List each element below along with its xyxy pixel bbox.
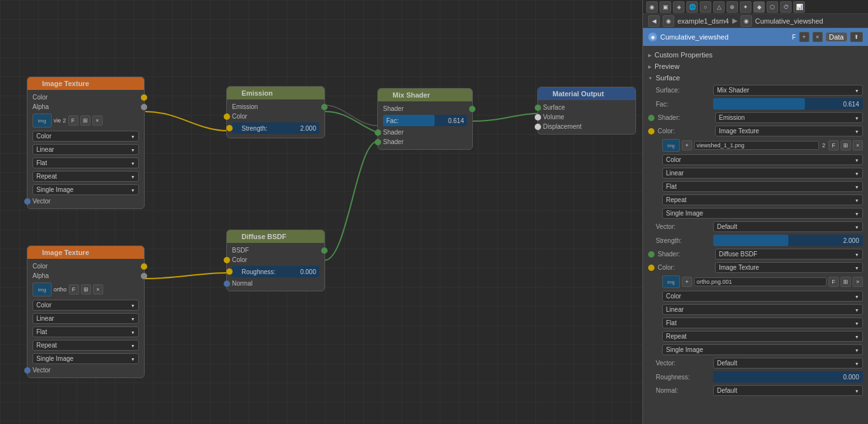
color-dropdown-2[interactable]: Color [33, 300, 139, 311]
panel-expand-btn[interactable]: ⬆ [850, 32, 863, 42]
img-x-btn-1[interactable]: × [92, 115, 103, 126]
panel-img2-add-btn[interactable]: + [682, 277, 692, 287]
tool-mod-icon[interactable]: ⊕ [727, 1, 738, 13]
tool-obj-icon[interactable]: △ [713, 1, 725, 13]
panel-img1-name-input[interactable] [694, 141, 819, 150]
tool-data-icon[interactable]: 📊 [793, 1, 805, 13]
material-name-input[interactable] [660, 33, 789, 41]
single-image-dropdown-2[interactable]: Single Image [33, 353, 139, 364]
color-select-row-1[interactable]: Color [27, 129, 144, 143]
sub-color1-row[interactable]: Color [643, 153, 868, 166]
vector1-dropdown[interactable]: Default [713, 221, 863, 232]
tool-mat-icon[interactable]: ◆ [753, 1, 765, 13]
back-icon[interactable]: ◀ [648, 15, 660, 27]
linear-dropdown-1[interactable]: Linear [33, 144, 139, 155]
shader2-prop-value[interactable]: Diffuse BSDF [715, 249, 863, 260]
sub-linear2-row[interactable]: Linear [643, 303, 868, 316]
strength-row-emission[interactable]: Strength: 2.000 [227, 121, 324, 135]
panel-img1-browse-btn[interactable]: ⊞ [841, 140, 851, 150]
sub-color2-dropdown[interactable]: Color [662, 291, 863, 302]
roughness-slider-diffuse[interactable]: Roughness: 0.000 [232, 266, 319, 277]
section-preview[interactable]: Preview [643, 61, 868, 72]
sub-flat1-dropdown[interactable]: Flat [662, 181, 863, 192]
vector1-prop-value[interactable]: Default [713, 221, 863, 232]
linear-select-row-2[interactable]: Linear [27, 312, 144, 325]
flat-dropdown-2[interactable]: Flat [33, 326, 139, 337]
shader1-dropdown[interactable]: Emission [715, 112, 863, 123]
panel-img2-browse-btn[interactable]: ⊞ [841, 277, 851, 287]
tool-tex-icon[interactable]: ⬡ [767, 1, 778, 13]
sub-repeat1-row[interactable]: Repeat [643, 193, 868, 207]
image-texture-node-1[interactable]: Image Texture Color Alpha img vie 2 F ⊞ … [27, 77, 145, 209]
sphere2-icon[interactable]: ◉ [741, 15, 752, 27]
panel-img2-x-btn[interactable]: × [853, 277, 863, 287]
flat-select-row-2[interactable]: Flat [27, 325, 144, 339]
name-remove-btn[interactable]: × [813, 32, 823, 42]
tool-scene-icon[interactable]: 🌐 [686, 1, 698, 13]
repeat-dropdown-1[interactable]: Repeat [33, 171, 139, 182]
tool-anim-icon[interactable]: ⏱ [780, 1, 792, 13]
sub-single-image1-dropdown[interactable]: Single Image [662, 208, 863, 219]
single-image-select-row-1[interactable]: Single Image [27, 183, 144, 196]
color2-prop-value[interactable]: Image Texture [715, 262, 863, 273]
sub-flat1-row[interactable]: Flat [643, 180, 868, 193]
color-dropdown-1[interactable]: Color [33, 131, 139, 142]
vector2-prop-value[interactable]: Default [713, 358, 863, 369]
sphere-icon[interactable]: ◉ [663, 15, 674, 27]
linear-select-row-1[interactable]: Linear [27, 143, 144, 156]
shader2-dropdown[interactable]: Diffuse BSDF [715, 249, 863, 260]
repeat-select-row-2[interactable]: Repeat [27, 339, 144, 352]
sub-flat2-row[interactable]: Flat [643, 316, 868, 330]
normal-dropdown[interactable]: Default [713, 385, 863, 396]
color1-dropdown[interactable]: Image Texture [715, 126, 863, 136]
sub-flat2-dropdown[interactable]: Flat [662, 318, 863, 328]
tool-output-icon[interactable]: ▣ [660, 1, 671, 13]
sub-single-image1-row[interactable]: Single Image [643, 207, 868, 220]
panel-img2-f-btn[interactable]: F [828, 277, 839, 287]
single-image-select-row-2[interactable]: Single Image [27, 352, 144, 365]
flat-select-row-1[interactable]: Flat [27, 156, 144, 170]
emission-node[interactable]: Emission Emission Color Strength: 2.000 [226, 86, 325, 138]
panel-img2-name-input[interactable] [694, 277, 827, 286]
img-f-btn-1[interactable]: F [68, 115, 78, 126]
strength-prop-value[interactable]: 2.000 [713, 235, 863, 246]
surface-dropdown[interactable]: Mix Shader [713, 85, 863, 96]
panel-img1-x-btn[interactable]: × [853, 140, 863, 150]
repeat-select-row-1[interactable]: Repeat [27, 170, 144, 183]
section-surface[interactable]: Surface [643, 72, 868, 84]
img-x-btn-2[interactable]: × [93, 284, 103, 295]
img-browse-btn-2[interactable]: ⊞ [81, 284, 91, 295]
name-add-btn[interactable]: + [799, 32, 809, 42]
roughness-row-diffuse[interactable]: Roughness: 0.000 [227, 265, 324, 279]
tool-view-icon[interactable]: ◈ [673, 1, 684, 13]
panel-img1-f-btn[interactable]: F [828, 140, 839, 150]
color1-prop-value[interactable]: Image Texture [715, 126, 863, 136]
sub-linear1-dropdown[interactable]: Linear [662, 168, 863, 179]
material-output-node[interactable]: Material Output Surface Volume Displacem… [537, 87, 636, 135]
repeat-dropdown-2[interactable]: Repeat [33, 340, 139, 351]
tool-world-icon[interactable]: ○ [700, 1, 711, 13]
image-texture-node-2[interactable]: Image Texture Color Alpha img ortho F ⊞ … [27, 245, 145, 378]
fac-prop-value[interactable]: 0.614 [713, 98, 863, 110]
sub-single-image2-row[interactable]: Single Image [643, 343, 868, 356]
single-image-dropdown-1[interactable]: Single Image [33, 184, 139, 195]
tool-part-icon[interactable]: ✦ [740, 1, 751, 13]
fac-slider[interactable]: 0.614 [713, 98, 863, 110]
roughness-prop-value[interactable]: 0.000 [713, 371, 863, 383]
sub-single-image2-dropdown[interactable]: Single Image [662, 344, 863, 355]
panel-img1-add-btn[interactable]: + [682, 140, 692, 150]
sub-repeat2-row[interactable]: Repeat [643, 330, 868, 343]
linear-dropdown-2[interactable]: Linear [33, 313, 139, 324]
flat-dropdown-1[interactable]: Flat [33, 157, 139, 168]
tool-render-icon[interactable]: ◉ [646, 1, 658, 13]
strength-slider-emission[interactable]: Strength: 2.000 [232, 122, 319, 134]
sub-color2-row[interactable]: Color [643, 289, 868, 303]
surface-prop-value[interactable]: Mix Shader [713, 85, 863, 96]
color2-dropdown[interactable]: Image Texture [715, 262, 863, 273]
sub-color1-dropdown[interactable]: Color [662, 154, 863, 165]
mix-shader-node[interactable]: Mix Shader Shader Fac: 0.614 Shader Shad… [377, 88, 473, 150]
strength-slider[interactable]: 2.000 [713, 235, 863, 246]
roughness-slider[interactable]: 0.000 [713, 371, 863, 383]
color-select-row-2[interactable]: Color [27, 298, 144, 312]
fac-row-mix[interactable]: Fac: 0.614 [378, 113, 472, 128]
